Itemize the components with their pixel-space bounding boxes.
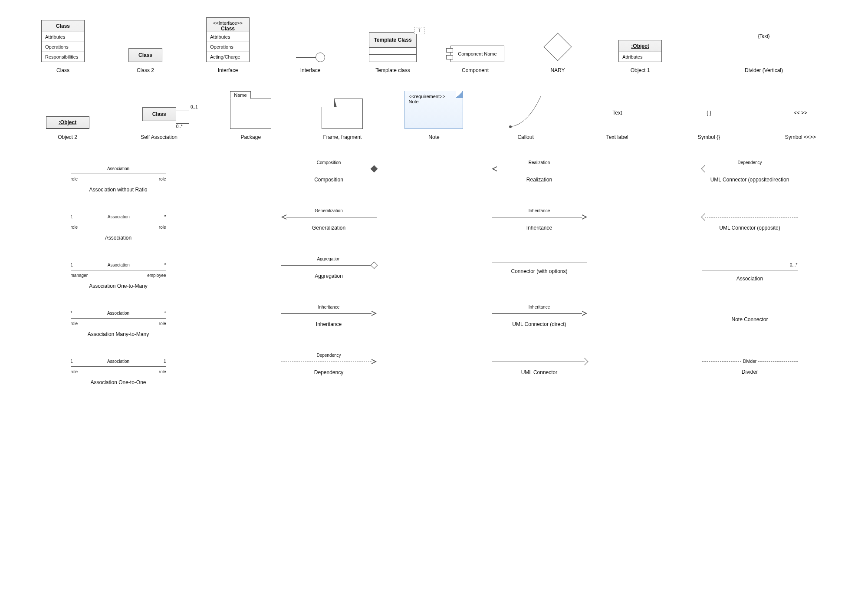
caption: Association without Ratio xyxy=(89,187,147,193)
caption: Package xyxy=(240,134,261,140)
multiplicity: 0..* xyxy=(176,124,183,129)
self-assoc-line-icon xyxy=(176,111,189,124)
caption: Association One-to-Many xyxy=(89,283,148,289)
caption: Self Association xyxy=(141,134,178,140)
class-title: Class xyxy=(42,20,84,32)
uml-frame[interactable]: Frame, fragment xyxy=(301,99,384,140)
caption: NARY xyxy=(550,67,565,73)
object-title: :Object xyxy=(619,40,661,52)
note-stereo: <<requirement>> xyxy=(408,94,459,99)
class-row: Responsibilities xyxy=(42,52,84,62)
nary-diamond-icon xyxy=(543,33,572,61)
class-row: Attributes xyxy=(42,32,84,42)
connector-association-one-to-many[interactable]: 1Association* manageremployee Associatio… xyxy=(26,263,210,289)
uml-interface-lollipop[interactable]: Interface xyxy=(273,53,347,73)
connector-inheritance[interactable]: InheritanceInheritance xyxy=(237,311,421,337)
connector-composition[interactable]: CompositionComposition xyxy=(237,166,421,193)
uml-component[interactable]: Component Name Component xyxy=(438,46,512,73)
interface-row: Operations xyxy=(207,42,249,52)
class2-title: Class xyxy=(128,48,162,62)
caption: Symbol {} xyxy=(698,134,720,140)
caption: Association xyxy=(736,276,763,282)
note-text: Note xyxy=(408,99,459,104)
symbol-angles: << >> xyxy=(794,110,807,116)
caption: UML Connector (opposite) xyxy=(719,225,780,231)
note-fold-icon xyxy=(456,91,463,98)
connector-uml-connector-oppositedirection[interactable]: DependencyUML Connector (oppositedirecti… xyxy=(658,166,842,193)
uml-symbol-angles[interactable]: << >> Symbol <<>> xyxy=(759,110,842,140)
uml-self-association[interactable]: Class 0..1 0..* Self Association xyxy=(118,107,201,140)
frame-tag-icon xyxy=(322,99,335,107)
uml-object-2[interactable]: :Object Object 2 xyxy=(26,116,109,140)
object-title: :Object xyxy=(46,117,89,128)
uml-symbol-braces[interactable]: { } Symbol {} xyxy=(667,110,750,140)
uml-nary[interactable]: NARY xyxy=(521,32,595,73)
caption: Text label xyxy=(606,134,628,140)
caption: Callout xyxy=(517,134,533,140)
uml-package[interactable]: Name Package xyxy=(209,91,292,140)
connector-association[interactable]: 1Association* rolerole Association xyxy=(26,214,210,241)
package-tab: Name xyxy=(230,91,250,99)
uml-object-1[interactable]: :Object Attributes Object 1 xyxy=(603,40,677,73)
caption: Class 2 xyxy=(137,67,154,73)
caption: Note Connector xyxy=(731,316,768,322)
uml-callout[interactable]: Callout xyxy=(484,94,567,140)
interface-row: Attributes xyxy=(207,32,249,42)
lollipop-line xyxy=(296,57,316,58)
text-label: Text xyxy=(612,110,622,116)
template-title: Template Class xyxy=(369,33,416,48)
caption: Generalization xyxy=(312,225,345,231)
caption: Object 1 xyxy=(631,67,650,73)
connector-uml-connector[interactable]: UML Connector xyxy=(447,359,631,385)
connector-association[interactable]: 0...*Association xyxy=(658,263,842,289)
uml-divider-vertical[interactable]: {Text} Divider (Vertical) xyxy=(686,18,842,73)
connector-aggregation[interactable]: AggregationAggregation xyxy=(237,263,421,289)
uml-template-class[interactable]: Template Class T Template class xyxy=(356,32,430,73)
component-lug-icon xyxy=(446,48,453,53)
connector-realization[interactable]: RealizationRealization xyxy=(447,166,631,193)
connector-association-without-ratio[interactable]: Association rolerole Association without… xyxy=(26,166,210,193)
uml-note[interactable]: <<requirement>> Note Note xyxy=(392,91,475,140)
connector-inheritance[interactable]: InheritanceInheritance xyxy=(447,214,631,241)
uml-class[interactable]: Class Attributes Operations Responsibili… xyxy=(26,20,100,73)
caption: UML Connector (oppositedirection xyxy=(710,177,789,183)
caption: Interface xyxy=(300,67,321,73)
caption: Inheritance xyxy=(316,321,342,327)
svg-point-0 xyxy=(509,125,512,128)
stereotype: <<interface>> xyxy=(211,20,245,26)
caption: Component xyxy=(462,67,489,73)
caption: Dependency xyxy=(314,369,343,375)
uml-interface[interactable]: <<interface>> Class Attributes Operation… xyxy=(191,17,265,73)
caption: Inheritance xyxy=(526,225,552,231)
connector-association-many-to-many[interactable]: *Association* rolerole Association Many-… xyxy=(26,311,210,337)
object-row: Attributes xyxy=(619,52,661,62)
caption: Class xyxy=(56,67,69,73)
caption: Association Many-to-Many xyxy=(88,331,149,337)
divider-text: {Text} xyxy=(758,33,770,39)
self-assoc-title: Class xyxy=(142,107,176,121)
uml-class-2[interactable]: Class Class 2 xyxy=(108,48,182,73)
caption: Connector (with options) xyxy=(511,268,567,274)
connector-note-connector[interactable]: Note Connector xyxy=(658,311,842,337)
uml-text-label[interactable]: Text Text label xyxy=(576,110,659,140)
template-param: T xyxy=(414,27,424,34)
connector-uml-connector-direct-[interactable]: InheritanceUML Connector (direct) xyxy=(447,311,631,337)
component-name: Component Name xyxy=(450,46,504,62)
caption: Divider (Vertical) xyxy=(745,67,783,73)
caption: Association xyxy=(105,235,132,241)
caption: Realization xyxy=(526,177,552,183)
connector-association-one-to-one[interactable]: 1Association1 rolerole Association One-t… xyxy=(26,359,210,385)
connector-dependency[interactable]: DependencyDependency xyxy=(237,359,421,385)
interface-title: Class xyxy=(211,26,245,32)
caption: Composition xyxy=(314,177,343,183)
connector-generalization[interactable]: GeneralizationGeneralization xyxy=(237,214,421,241)
caption: Note xyxy=(428,134,439,140)
caption: UML Connector xyxy=(521,369,558,375)
connector-connector-with-options-[interactable]: Connector (with options) xyxy=(447,263,631,289)
caption: Object 2 xyxy=(58,134,77,140)
component-lug-icon xyxy=(446,55,453,59)
caption: UML Connector (direct) xyxy=(512,321,566,327)
caption: Divider xyxy=(742,369,758,375)
connector-uml-connector-opposite-[interactable]: UML Connector (opposite) xyxy=(658,214,842,241)
connector-divider[interactable]: DividerDivider xyxy=(658,359,842,385)
